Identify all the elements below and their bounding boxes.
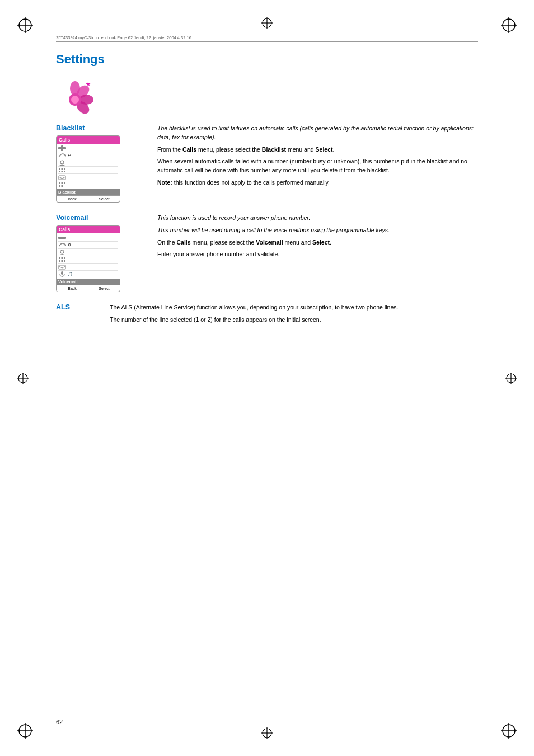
vm-row-icon-3 — [58, 250, 66, 255]
voicemail-phone-body: ⚙ — [57, 233, 120, 279]
svg-rect-52 — [59, 260, 60, 262]
voicemail-title: Voicemail — [56, 214, 148, 222]
svg-rect-50 — [62, 257, 63, 259]
voicemail-phone-header: Calls — [57, 226, 120, 233]
page: 25T433924 myC-3b_lu_en.book Page 62 Jeud… — [0, 0, 534, 756]
mid-mark-bottom — [261, 727, 273, 739]
phone-row-icon-6 — [58, 182, 66, 187]
mid-mark-left — [17, 372, 29, 384]
select-bold-2: Select — [312, 239, 330, 246]
blacklist-phone-mockup: Calls — [56, 135, 120, 203]
svg-rect-53 — [62, 260, 63, 262]
blacklist-select-label: Select — [99, 197, 109, 201]
voicemail-select-label: Select — [99, 287, 109, 290]
page-number: 62 — [56, 719, 63, 725]
voicemail-phone-footer: Back Select — [57, 285, 120, 292]
blacklist-section: Blacklist Calls — [56, 124, 478, 203]
voicemail-section: Voicemail Calls — [56, 214, 478, 292]
blacklist-phone-footer: Back Select — [57, 195, 120, 202]
metadata-text: 25T433924 myC-3b_lu_en.book Page 62 Jeud… — [56, 35, 191, 40]
mid-mark-right — [505, 372, 517, 384]
blacklist-right: The blacklist is used to limit failures … — [157, 124, 478, 191]
voicemail-select-button[interactable]: Select — [88, 285, 120, 292]
blacklist-phone-body: ↩ — [57, 144, 120, 189]
svg-point-29 — [71, 96, 79, 104]
blacklist-left: Blacklist Calls — [56, 124, 148, 203]
svg-rect-46 — [58, 237, 66, 239]
vm-row-icon-6 — [58, 271, 66, 277]
svg-rect-54 — [64, 260, 65, 262]
corner-mark-tr — [500, 17, 517, 34]
metadata-line: 25T433924 myC-3b_lu_en.book Page 62 Jeud… — [56, 34, 478, 42]
phone-row-icon-5 — [58, 175, 66, 180]
vm-row-icon-5 — [58, 264, 66, 270]
svg-rect-39 — [64, 171, 65, 172]
svg-rect-56 — [61, 271, 63, 275]
svg-rect-49 — [59, 257, 60, 259]
voicemail-bold: Voicemail — [256, 239, 283, 246]
svg-rect-34 — [59, 168, 60, 170]
svg-rect-43 — [64, 182, 65, 184]
blacklist-phone-selected: Blacklist — [57, 189, 120, 195]
svg-rect-42 — [62, 182, 63, 184]
voicemail-back-label: Back — [68, 287, 77, 290]
blacklist-para-3: When several automatic calls failed with… — [157, 157, 478, 175]
voicemail-back-button[interactable]: Back — [57, 285, 88, 292]
voicemail-phone-row-4 — [58, 256, 118, 264]
svg-rect-44 — [59, 185, 60, 187]
voicemail-phone-row-3 — [58, 249, 118, 256]
voicemail-phone-row-1 — [58, 234, 118, 242]
phone-row-icon-1 — [58, 145, 66, 151]
svg-rect-51 — [64, 257, 65, 259]
als-title: ALS — [56, 303, 101, 311]
als-title-text: ALS — [56, 303, 70, 311]
svg-rect-45 — [62, 185, 63, 187]
voicemail-right: This function is used to record your ans… — [157, 214, 478, 262]
corner-mark-bl — [17, 722, 34, 739]
blacklist-phone-header: Calls — [57, 136, 120, 144]
vm-row-icon-1 — [58, 235, 66, 241]
svg-rect-31 — [61, 145, 63, 151]
phone-row-icon-4 — [58, 167, 66, 173]
blacklist-phone-header-text: Calls — [59, 137, 70, 143]
voicemail-para-4: Enter your answer phone number and valid… — [157, 250, 478, 259]
calls-bold-1: Calls — [182, 146, 196, 153]
blacklist-back-label: Back — [68, 197, 77, 201]
svg-rect-37 — [59, 171, 60, 172]
blacklist-select-button[interactable]: Select — [88, 196, 120, 202]
select-bold-1: Select — [316, 146, 333, 153]
voicemail-phone-row-2: ⚙ — [58, 242, 118, 249]
vm-row-icon-2 — [58, 242, 66, 248]
note-bold-1: Note: — [157, 179, 172, 186]
page-title: Settings — [56, 52, 489, 67]
svg-rect-55 — [59, 265, 65, 269]
corner-mark-br — [500, 722, 517, 739]
corner-mark-tl — [17, 17, 34, 34]
blacklist-phone-row-1 — [58, 145, 118, 152]
blacklist-para-1: The blacklist is used to limit failures … — [157, 124, 478, 142]
voicemail-phone-row-6: 🎵 — [58, 271, 118, 278]
blacklist-phone-row-6 — [58, 181, 118, 188]
voicemail-para-1: This function is used to record your ans… — [157, 214, 478, 223]
voicemail-phone-header-text: Calls — [59, 227, 70, 232]
svg-rect-40 — [59, 176, 65, 180]
blacklist-phone-row-5 — [58, 174, 118, 181]
flower-icon — [56, 81, 94, 114]
blacklist-back-button[interactable]: Back — [57, 196, 88, 202]
voicemail-selected-text: Voicemail — [58, 279, 77, 284]
svg-rect-36 — [64, 168, 65, 170]
settings-icon-area — [56, 81, 489, 115]
blacklist-phone-row-3 — [58, 159, 118, 167]
blacklist-note: Note: this function does not apply to th… — [157, 179, 478, 187]
svg-rect-35 — [62, 168, 63, 170]
voicemail-left: Voicemail Calls — [56, 214, 148, 292]
svg-rect-41 — [59, 182, 60, 184]
voicemail-phone-selected: Voicemail — [57, 279, 120, 285]
voicemail-para-2: This number will be used during a call t… — [157, 226, 478, 235]
als-section: ALS The ALS (Alternate Line Service) fun… — [56, 303, 478, 328]
svg-point-33 — [60, 161, 64, 164]
blacklist-phone-row-2: ↩ — [58, 152, 118, 159]
blacklist-bold: Blacklist — [262, 146, 286, 153]
mid-mark-top — [261, 17, 273, 29]
svg-rect-38 — [62, 171, 63, 172]
